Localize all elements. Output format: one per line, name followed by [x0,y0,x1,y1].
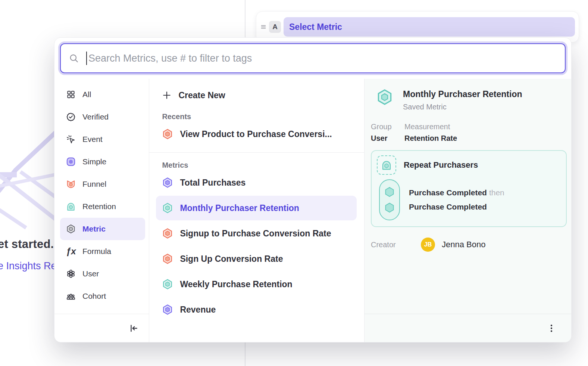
metrics-section-label: Metrics [149,161,364,170]
metric-picker-modal: Search Metrics, use # to filter to tags … [54,37,572,342]
verified-badge-icon [66,112,76,122]
metric-item-total-purchases[interactable]: Total Purchases [156,170,357,195]
drag-handle-icon[interactable] [259,23,268,31]
definition-connector: then [489,188,504,197]
metric-detail-panel: Monthly Purchaser Retention Saved Metric… [365,79,571,342]
sidebar-item-label: Retention [82,202,116,211]
sidebar-item-label: All [82,90,91,99]
metric-list-column: Create New Recents View Product to Purch… [149,79,365,342]
search-placeholder: Search Metrics, use # to filter to tags [88,53,252,64]
sidebar-item-formula[interactable]: ƒx Formula [60,240,145,263]
category-sidebar: All Verified [54,79,149,342]
definition-step-2: Purchase Completed [409,202,487,211]
metric-item-label: Total Purchases [180,178,245,188]
event-metric-hexagon-icon [162,304,173,315]
sidebar-item-funnel[interactable]: Funnel [60,173,145,195]
text-cursor [86,52,87,65]
recent-item-label: View Product to Purchase Conversi... [180,129,332,139]
metric-item-signup-to-purchase-conversion-rate[interactable]: Signup to Purchase Conversion Rate [156,221,357,246]
sidebar-item-all[interactable]: All [60,83,145,106]
measurement-value: Retention Rate [404,134,457,143]
cursor-click-icon [66,134,76,144]
sidebar-item-event[interactable]: Event [60,128,145,151]
screen: et started. e Insights Re A Select Metri… [0,0,588,366]
metric-item-label: Signup to Purchase Conversion Rate [180,229,331,239]
detail-title: Monthly Purchaser Retention [403,89,522,99]
event-hexagon-icon [383,201,396,214]
metric-letter-badge: A [269,21,281,33]
sidebar-item-user[interactable]: User [60,263,145,285]
metric-item-label: Weekly Purchase Retention [180,279,292,289]
group-value: User [371,134,395,143]
funnel-metric-hexagon-icon [162,253,173,264]
event-metric-hexagon-icon [162,177,173,188]
sidebar-item-label: Cohort [82,292,106,301]
plus-icon [162,90,172,100]
formula-fx-icon: ƒx [66,246,76,257]
list-divider [149,152,364,153]
kebab-menu-icon[interactable] [547,323,556,333]
definition-title: Repeat Purchasers [404,160,478,170]
search-input[interactable]: Search Metrics, use # to filter to tags [60,43,566,73]
search-icon [69,53,79,63]
metric-hexagon-icon [66,224,76,234]
cohort-people-icon [66,291,76,301]
metric-item-label: Sign Up Conversion Rate [180,254,283,264]
group-label: Group [371,122,395,131]
measurement-label: Measurement [404,122,457,131]
collapse-panel-icon[interactable] [129,323,138,333]
retention-metric-hexagon-icon [162,202,173,214]
background-insights-link-fragment[interactable]: e Insights Re [0,260,57,272]
create-new-label: Create New [178,90,225,100]
sidebar-item-cohort[interactable]: Cohort [60,285,145,307]
event-sequence-capsule [379,179,400,220]
sidebar-item-metric[interactable]: Metric [60,218,145,240]
retention-metric-hexagon-icon [162,279,173,290]
metric-item-revenue[interactable]: Revenue [156,297,357,322]
detail-footer [365,314,571,342]
metric-item-monthly-purchaser-retention[interactable]: Monthly Purchaser Retention [156,196,357,220]
funnel-metric-hexagon-icon [162,228,173,239]
metric-definition-card: Repeat Purchasers [371,150,567,227]
funnel-metric-hexagon-icon [162,128,173,140]
retention-arch-icon [66,202,76,211]
cohort-definition-icon [377,155,396,175]
funnel-icon [66,179,76,189]
simple-borecard-icon [66,157,76,167]
sidebar-item-label: Simple [82,157,106,166]
creator-avatar: JB [421,238,435,252]
create-new-button[interactable]: Create New [149,86,364,104]
recent-item[interactable]: View Product to Purchase Conversi... [156,122,357,146]
metric-item-sign-up-conversion-rate[interactable]: Sign Up Conversion Rate [156,246,357,271]
sidebar-item-label: Metric [82,224,106,233]
sidebar-item-simple[interactable]: Simple [60,151,145,173]
user-cluster-icon [66,269,76,279]
detail-subtitle: Saved Metric [403,103,522,111]
recents-section-label: Recents [149,112,364,121]
sidebar-item-label: Event [82,135,103,144]
sidebar-footer [54,314,149,342]
metric-item-weekly-purchase-retention[interactable]: Weekly Purchase Retention [156,272,357,297]
sidebar-item-verified[interactable]: Verified [60,106,145,128]
metric-item-label: Monthly Purchaser Retention [180,203,299,213]
creator-name: Jenna Bono [442,240,485,249]
detail-meta: Group User Measurement Retention Rate [371,122,567,143]
retention-metric-hexagon-icon [376,89,393,106]
sidebar-item-label: User [82,269,99,278]
sidebar-item-label: Verified [82,112,109,121]
sidebar-item-label: Funnel [82,180,106,189]
sidebar-item-retention[interactable]: Retention [60,195,145,218]
definition-step-1: Purchase Completed [409,188,487,197]
sidebar-item-label: Formula [82,247,111,256]
grid-icon [66,90,76,99]
select-metric-label: Select Metric [289,22,342,32]
event-hexagon-icon [383,186,396,198]
background-heading-fragment: et started. [0,238,54,251]
creator-label: Creator [371,241,421,249]
metric-item-label: Revenue [180,305,216,315]
creator-row: Creator JB Jenna Bono [371,238,567,252]
select-metric-field[interactable]: Select Metric [284,17,575,37]
